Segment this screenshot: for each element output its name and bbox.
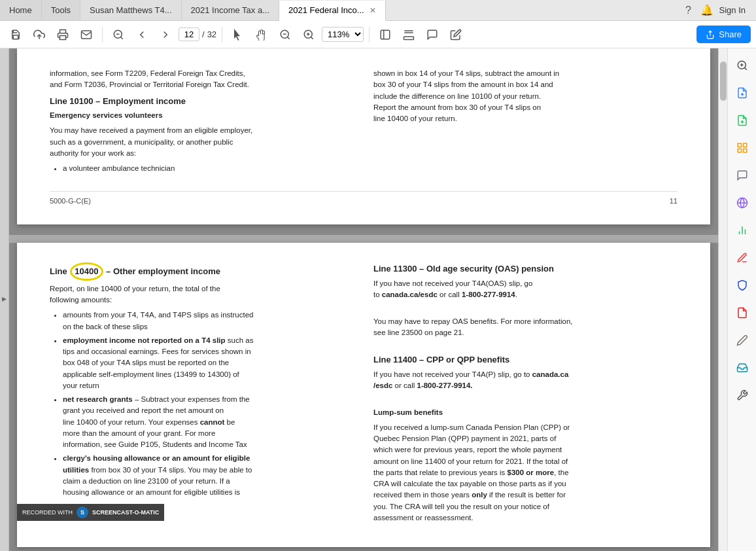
page2-content: Line 10400 – Other employment income Rep… xyxy=(50,262,678,527)
upload-button[interactable] xyxy=(29,24,50,45)
extract-pages-btn[interactable] xyxy=(730,81,754,105)
notifications-icon[interactable]: 🔔 xyxy=(701,5,713,16)
bullet-research: net research grants – Subtract your expe… xyxy=(63,394,354,450)
tab-federal-close[interactable]: ✕ xyxy=(369,6,376,15)
page2-right: Line 11300 – Old age security (OAS) pens… xyxy=(373,262,678,527)
divider2 xyxy=(222,27,222,43)
divider3 xyxy=(369,27,369,43)
edit-button[interactable] xyxy=(445,24,466,45)
cursor-tool[interactable] xyxy=(228,24,249,45)
email-button[interactable] xyxy=(76,24,97,45)
tab-susan[interactable]: Susan Matthews T4... xyxy=(80,0,182,20)
print-button[interactable] xyxy=(52,24,73,45)
translate-btn[interactable] xyxy=(730,191,754,215)
chart-btn[interactable] xyxy=(730,219,754,242)
page-separator: / xyxy=(202,29,205,39)
right-column: shown in box 14 of your T4 slips, subtra… xyxy=(373,68,678,178)
zoom-control: 113% 100% 75% 150% xyxy=(322,27,364,42)
zoom-out-button[interactable] xyxy=(108,24,129,45)
pdf-convert-btn[interactable] xyxy=(730,301,754,325)
tab-income-tax[interactable]: 2021 Income Tax a... xyxy=(182,0,279,20)
svg-rect-24 xyxy=(743,143,746,147)
footer-code: 5000-G-C(E) xyxy=(50,197,91,205)
comment-panel-btn[interactable] xyxy=(730,164,754,187)
svg-rect-25 xyxy=(738,149,741,152)
tab-tools-label: Tools xyxy=(51,5,71,15)
emergency-subtitle: Emergency services volunteers xyxy=(50,110,354,121)
line11300-title: Line 11300 – Old age security (OAS) pens… xyxy=(373,262,678,276)
add-page-btn[interactable] xyxy=(730,109,754,132)
comment-button[interactable] xyxy=(422,24,443,45)
p-t4-slips: shown in box 14 of your T4 slips, subtra… xyxy=(373,68,678,124)
left-content-2: Line 10400 – Other employment income Rep… xyxy=(50,262,354,498)
watermark-recorded: RECORDED WITH xyxy=(22,509,73,516)
main-area: ◀ information, see Form T2209, Federal F… xyxy=(0,48,756,551)
scrollbar[interactable] xyxy=(718,48,727,551)
bullet-clergy: clergy's housing allowance or an amount … xyxy=(63,453,354,498)
page-total: 32 xyxy=(207,29,216,39)
sidebar-left[interactable]: ◀ xyxy=(0,48,9,551)
emergency-text: You may have received a payment from an … xyxy=(50,125,354,159)
tab-bar-right: ? 🔔 Sign In xyxy=(683,5,756,16)
right-top-text: shown in box 14 of your T4 slips, subtra… xyxy=(373,68,678,124)
bullet-employment: employment income not reported on a T4 s… xyxy=(63,335,354,391)
bullet-item-1: a volunteer ambulance technician xyxy=(63,163,354,174)
scrollbar-thumb[interactable] xyxy=(720,62,727,101)
share-label: Share xyxy=(719,29,742,39)
sidebar-arrow: ◀ xyxy=(1,296,8,303)
zoom-minus-button[interactable] xyxy=(275,24,296,45)
line10400-title: Line 10400 – Other employment income xyxy=(50,262,354,281)
page2-left: Line 10400 – Other employment income Rep… xyxy=(50,262,354,527)
tab-income-tax-label: 2021 Income Tax a... xyxy=(191,5,269,15)
shield-btn[interactable] xyxy=(730,274,754,297)
line11300-body: If you have not received your T4A(OAS) s… xyxy=(373,278,678,301)
watermark-logo: S xyxy=(77,507,88,518)
page-content: information, see Form T2209, Federal For… xyxy=(50,68,678,178)
tab-home-label: Home xyxy=(9,5,32,15)
next-page-button[interactable] xyxy=(155,24,176,45)
line11400-title: Line 11400 – CPP or QPP benefits xyxy=(373,353,678,366)
signin-button[interactable]: Sign In xyxy=(719,5,746,15)
bullet-amounts: amounts from your T4, T4A, and T4PS slip… xyxy=(63,310,354,332)
page-number-input[interactable]: 12 xyxy=(179,27,199,41)
tab-federal[interactable]: 2021 Federal Inco... ✕ xyxy=(279,1,386,21)
page-footer-11: 5000-G-C(E) 11 xyxy=(50,191,678,205)
svg-line-11 xyxy=(311,37,313,39)
tools-btn[interactable] xyxy=(730,383,754,407)
svg-line-16 xyxy=(744,67,746,69)
right-content-2: Line 11300 – Old age security (OAS) pens… xyxy=(373,262,678,524)
lumpsum-title: Lump-sum benefits xyxy=(373,407,678,418)
zoom-plus-button[interactable] xyxy=(298,24,319,45)
tab-home[interactable]: Home xyxy=(0,0,42,20)
line10100-title: Line 10100 – Employment income xyxy=(50,95,354,108)
svg-line-7 xyxy=(288,37,290,39)
hand-tool[interactable] xyxy=(251,24,272,45)
fit-page-button[interactable] xyxy=(375,24,396,45)
organize-btn[interactable] xyxy=(730,136,754,160)
zoom-select[interactable]: 113% 100% 75% 150% xyxy=(322,27,364,42)
edit-text-btn[interactable] xyxy=(730,246,754,270)
watermark: RECORDED WITH S SCREENCAST-O-MATIC xyxy=(17,504,164,521)
svg-line-3 xyxy=(120,37,122,39)
line10400-body: Report, on line 10400 of your return, th… xyxy=(50,283,354,306)
save-button[interactable] xyxy=(5,24,26,45)
svg-rect-23 xyxy=(738,143,741,147)
share-button[interactable]: Share xyxy=(696,26,751,43)
help-icon[interactable]: ? xyxy=(683,5,695,16)
bullet-list-1: a volunteer ambulance technician xyxy=(63,163,354,174)
tab-federal-label: 2021 Federal Inco... xyxy=(288,5,364,15)
send-btn[interactable] xyxy=(730,356,754,380)
line11400-body: If you have not received your T4A(P) sli… xyxy=(373,369,678,392)
prev-page-button[interactable] xyxy=(131,24,152,45)
p-form-ref: information, see Form T2209, Federal For… xyxy=(50,68,354,91)
measure-button[interactable] xyxy=(398,24,419,45)
pdf-page-12: Line 10400 – Other employment income Rep… xyxy=(17,243,710,547)
magnify-btn[interactable] xyxy=(730,54,754,77)
pdf-scroll[interactable]: information, see Form T2209, Federal For… xyxy=(9,48,718,551)
redact-btn[interactable] xyxy=(730,329,754,352)
tab-tools[interactable]: Tools xyxy=(42,0,80,20)
toolbar: 12 / 32 113% 100% 75% 150% Share xyxy=(0,21,756,48)
svg-rect-26 xyxy=(743,149,746,152)
footer-page: 11 xyxy=(670,197,678,205)
right-panel xyxy=(727,48,756,551)
